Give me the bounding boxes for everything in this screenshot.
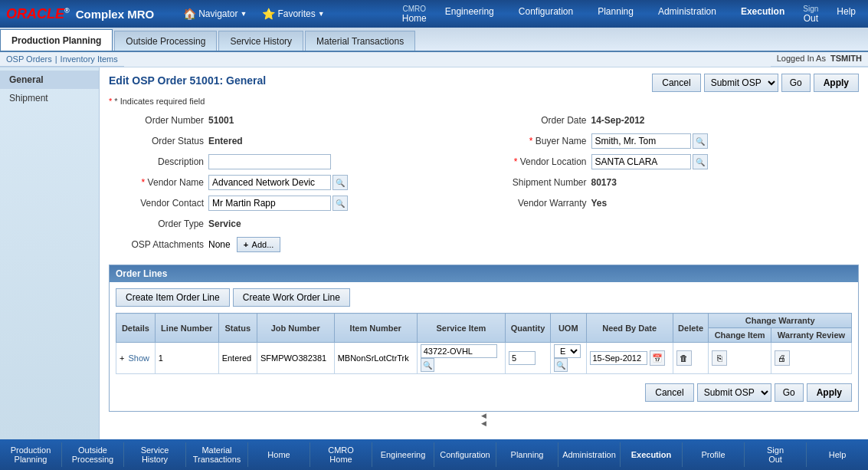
engineering-nav[interactable]: Engineering xyxy=(439,5,500,18)
footer-outside-processing[interactable]: Outside Processing xyxy=(62,442,124,467)
top-header: ORACLE® Complex MRO 🏠 Navigator ▼ ⭐ Favo… xyxy=(0,0,868,28)
vendor-name-input[interactable] xyxy=(208,175,331,190)
buyer-name-input[interactable] xyxy=(591,133,691,149)
footer-administration[interactable]: Administration xyxy=(558,442,621,467)
create-work-order-line-button[interactable]: Create Work Order Line xyxy=(233,288,350,307)
vendor-name-label: Vendor Name xyxy=(109,177,208,188)
need-by-date-input[interactable] xyxy=(590,351,647,365)
show-link[interactable]: Show xyxy=(129,353,150,363)
calendar-button[interactable]: 📅 xyxy=(650,350,665,366)
form-right: Order Date 14-Sep-2012 Buyer Name Vendor… xyxy=(492,112,860,257)
osp-attachments-label: OSP Attachments xyxy=(109,239,208,250)
apply-button-bottom[interactable]: Apply xyxy=(807,383,852,402)
plus-icon: + xyxy=(244,240,248,249)
quantity-input[interactable] xyxy=(509,351,536,365)
submit-osp-select-bottom[interactable]: Submit OSP xyxy=(697,383,771,402)
service-item-search-button[interactable] xyxy=(421,358,434,372)
breadcrumb-osp-orders[interactable]: OSP Orders xyxy=(6,54,52,64)
footer-material-transactions[interactable]: Material Transactions xyxy=(186,442,248,467)
cancel-button-bottom[interactable]: Cancel xyxy=(645,383,693,402)
order-status-row: Order Status Entered xyxy=(109,133,477,150)
order-number-label: Order Number xyxy=(109,115,208,126)
row-warranty-review: 🖨 xyxy=(771,343,851,374)
navigator-button[interactable]: 🏠 Navigator ▼ xyxy=(177,6,253,21)
bottom-action-bar: Cancel Submit OSP Go Apply xyxy=(116,380,852,405)
footer-home[interactable]: Home xyxy=(248,442,310,467)
service-item-input[interactable] xyxy=(421,344,497,358)
th-warranty-review: Warranty Review xyxy=(771,328,851,343)
buyer-name-label: Buyer Name xyxy=(492,136,591,146)
sidebar-item-general[interactable]: General xyxy=(0,71,99,89)
th-uom: UOM xyxy=(550,314,586,343)
planning-nav[interactable]: Planning xyxy=(591,5,640,18)
create-item-order-line-button[interactable]: Create Item Order Line xyxy=(116,288,230,307)
delete-row-button[interactable]: 🗑 xyxy=(676,350,692,366)
tab-service-history[interactable]: Service History xyxy=(218,31,303,51)
uom-select[interactable]: Ea xyxy=(554,344,581,358)
top-action-bar: Edit OSP Order 51001: General Cancel Sub… xyxy=(109,74,859,92)
app-title: Complex MRO xyxy=(76,8,155,21)
footer-configuration[interactable]: Configuration xyxy=(434,442,496,467)
add-attachment-button[interactable]: + Add... xyxy=(237,237,281,252)
app-wrapper: ORACLE® Complex MRO 🏠 Navigator ▼ ⭐ Favo… xyxy=(0,0,868,470)
shipment-number-row: Shipment Number 80173 xyxy=(492,174,860,191)
form-left: Order Number 51001 Order Status Entered … xyxy=(109,112,477,257)
order-lines-header: Order Lines xyxy=(110,265,858,282)
vendor-location-label: Vendor Location xyxy=(492,156,591,167)
footer-profile[interactable]: Profile xyxy=(683,442,745,467)
footer-help[interactable]: Help xyxy=(807,442,868,467)
favorites-button[interactable]: ⭐ Favorites ▼ xyxy=(256,6,330,21)
uom-search-button[interactable] xyxy=(554,358,568,372)
submit-osp-select-top[interactable]: Submit OSP xyxy=(704,74,778,92)
sidebar: General Shipment xyxy=(0,67,100,439)
footer-production-planning[interactable]: Production Planning xyxy=(0,442,62,467)
footer-planning[interactable]: Planning xyxy=(496,442,558,467)
expand-icon: + xyxy=(120,353,124,363)
sidebar-item-shipment[interactable]: Shipment xyxy=(0,89,99,107)
buyer-name-search-button[interactable] xyxy=(693,133,708,149)
execution-nav[interactable]: Execution xyxy=(735,5,791,18)
configuration-nav[interactable]: Configuration xyxy=(513,5,579,18)
apply-button-top[interactable]: Apply xyxy=(814,74,859,92)
order-table: Details Line Number Status Job Number It… xyxy=(116,313,852,374)
footer-sign-out[interactable]: Sign Out xyxy=(745,442,807,467)
logged-in-bar: Logged In As TSMITH xyxy=(771,52,868,67)
change-item-button[interactable]: ⎘ xyxy=(712,350,727,366)
tab-outside-processing[interactable]: Outside Processing xyxy=(114,31,217,51)
order-status-value: Entered xyxy=(208,136,243,146)
footer-service-history[interactable]: Service History xyxy=(124,442,186,467)
footer-execution[interactable]: Execution xyxy=(621,442,683,467)
submit-osp-group-top: Submit OSP xyxy=(704,74,778,92)
vendor-contact-search-button[interactable] xyxy=(332,196,348,211)
vendor-location-search-button[interactable] xyxy=(693,154,708,169)
vendor-name-search-button[interactable] xyxy=(332,175,348,190)
print-icon: 🖨 xyxy=(778,353,786,363)
breadcrumb-inventory-items[interactable]: Inventory Items xyxy=(61,54,118,64)
administration-nav[interactable]: Administration xyxy=(652,5,722,18)
tab-material-transactions[interactable]: Material Transactions xyxy=(305,31,415,51)
buyer-name-row: Buyer Name xyxy=(492,133,860,150)
order-date-value: 14-Sep-2012 xyxy=(591,115,645,126)
row-quantity xyxy=(506,343,551,374)
go-button-bottom[interactable]: Go xyxy=(775,383,804,402)
magnifier-icon-5 xyxy=(423,361,432,370)
vendor-location-input[interactable] xyxy=(591,154,691,169)
description-input[interactable] xyxy=(208,154,331,169)
cmro-home-section: CMRO Home xyxy=(402,5,427,24)
warranty-review-button[interactable]: 🖨 xyxy=(775,350,790,366)
logged-in-user: TSMITH xyxy=(830,54,862,63)
description-row: Description xyxy=(109,153,477,170)
table-row: + Show 1 Entered SFMPWO382381 MBNonSrLot… xyxy=(116,343,852,374)
footer-cmro-home[interactable]: CMRO Home xyxy=(310,442,372,467)
vendor-warranty-row: Vendor Warranty Yes xyxy=(492,195,860,212)
order-type-row: Order Type Service xyxy=(109,215,477,232)
footer: Production Planning Outside Processing S… xyxy=(0,439,868,470)
tab-production-planning[interactable]: Production Planning xyxy=(0,29,113,51)
footer-engineering[interactable]: Engineering xyxy=(372,442,434,467)
vendor-contact-input[interactable] xyxy=(208,196,331,211)
help-nav[interactable]: Help xyxy=(830,5,862,18)
cancel-button-top[interactable]: Cancel xyxy=(652,74,700,92)
th-item-number: Item Number xyxy=(334,314,417,343)
vendor-name-row: Vendor Name xyxy=(109,174,477,191)
go-button-top[interactable]: Go xyxy=(781,74,811,92)
